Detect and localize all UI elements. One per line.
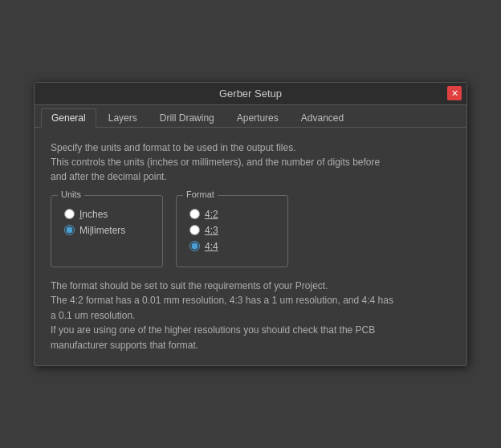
description-text: Specify the units and format to be used … xyxy=(51,141,450,184)
notes-text: The format should be set to suit the req… xyxy=(51,279,450,353)
tab-bar: General Layers Drill Drawing Apertures A… xyxy=(35,105,466,128)
dialog-title: Gerber Setup xyxy=(219,88,282,100)
format-group-label: Format xyxy=(183,189,218,199)
radio-millimeters[interactable] xyxy=(64,225,75,235)
note-line1: The format should be set to suit the req… xyxy=(51,280,328,291)
tab-advanced[interactable]: Advanced xyxy=(291,108,354,127)
gerber-setup-dialog: Gerber Setup ✕ General Layers Drill Draw… xyxy=(34,82,467,367)
options-row: Units Inches Millimeters Format 4:2 xyxy=(51,195,450,267)
radio-42[interactable] xyxy=(189,209,200,219)
tab-general[interactable]: General xyxy=(41,108,96,128)
radio-item-44[interactable]: 4:4 xyxy=(189,241,275,252)
close-button[interactable]: ✕ xyxy=(447,86,462,100)
label-44[interactable]: 4:4 xyxy=(205,241,218,252)
note-line3: a 0.1 um resolution. xyxy=(51,310,135,321)
note-line4: If you are using one of the higher resol… xyxy=(51,324,375,336)
tab-layers[interactable]: Layers xyxy=(98,108,148,127)
main-content: Specify the units and format to be used … xyxy=(35,128,466,366)
desc-line2: This controls the units (inches or milli… xyxy=(51,157,380,168)
format-group: Format 4:2 4:3 4:4 xyxy=(176,195,288,267)
radio-43[interactable] xyxy=(189,225,200,235)
label-millimeters[interactable]: Millimeters xyxy=(79,225,125,236)
label-inches[interactable]: Inches xyxy=(79,209,108,220)
tab-apertures[interactable]: Apertures xyxy=(226,108,289,127)
desc-line1: Specify the units and format to be used … xyxy=(51,142,296,153)
units-group-label: Units xyxy=(58,189,84,199)
radio-44[interactable] xyxy=(189,241,200,251)
radio-item-inches[interactable]: Inches xyxy=(64,209,149,220)
tab-drill-drawing[interactable]: Drill Drawing xyxy=(149,108,225,127)
radio-inches[interactable] xyxy=(64,209,75,219)
label-42[interactable]: 4:2 xyxy=(205,209,218,220)
note-line2: The 4:2 format has a 0.01 mm resolution,… xyxy=(51,295,393,306)
radio-item-millimeters[interactable]: Millimeters xyxy=(64,225,149,236)
units-group: Units Inches Millimeters xyxy=(51,195,163,267)
label-43[interactable]: 4:3 xyxy=(205,225,218,236)
note-line5: manufacturer supports that format. xyxy=(51,340,198,351)
radio-item-43[interactable]: 4:3 xyxy=(189,225,275,236)
desc-line3: and after the decimal point. xyxy=(51,171,167,182)
radio-item-42[interactable]: 4:2 xyxy=(189,209,275,220)
title-bar: Gerber Setup ✕ xyxy=(35,83,466,105)
